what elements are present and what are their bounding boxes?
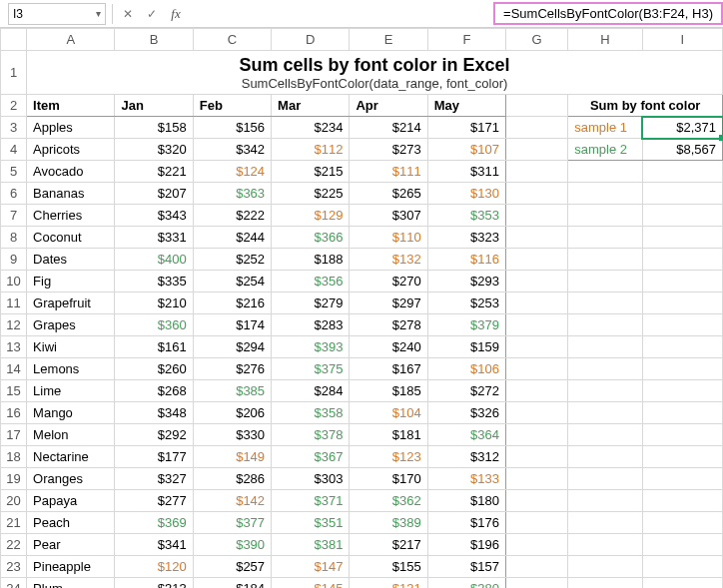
row-head-11[interactable]: 11 (1, 293, 27, 314)
cell[interactable]: $378 (272, 424, 350, 446)
col-head-D[interactable]: D (272, 29, 350, 51)
name-box[interactable]: I3 ▾ (8, 3, 106, 25)
cell[interactable]: $215 (272, 161, 350, 183)
cell[interactable]: $362 (350, 490, 427, 512)
cell[interactable] (506, 271, 568, 293)
cell[interactable] (506, 95, 568, 117)
cell[interactable]: $161 (115, 336, 193, 358)
cell[interactable]: $133 (427, 468, 505, 490)
cell[interactable] (506, 183, 568, 205)
cell[interactable] (642, 205, 722, 227)
row-head-14[interactable]: 14 (1, 358, 27, 380)
cell[interactable]: $393 (272, 336, 350, 358)
cell[interactable]: $156 (193, 117, 271, 139)
cell[interactable]: $366 (272, 227, 350, 249)
cell[interactable] (506, 556, 568, 578)
col-head-E[interactable]: E (350, 29, 427, 51)
cell[interactable] (506, 293, 568, 314)
cell[interactable] (642, 402, 722, 424)
cell[interactable]: $159 (427, 336, 505, 358)
cell[interactable]: $276 (193, 358, 271, 380)
cell[interactable]: $129 (272, 205, 350, 227)
cell[interactable]: May (427, 95, 505, 117)
cell[interactable]: $188 (272, 249, 350, 271)
cell[interactable]: Plum (27, 578, 115, 589)
cell[interactable]: $240 (350, 336, 427, 358)
cell[interactable]: $111 (350, 161, 427, 183)
cell[interactable]: $184 (193, 578, 271, 589)
cell[interactable] (642, 336, 722, 358)
cell[interactable] (568, 271, 642, 293)
cell[interactable] (506, 227, 568, 249)
cell[interactable]: $207 (115, 183, 193, 205)
cell[interactable]: Apricots (27, 139, 115, 161)
cell[interactable]: $303 (272, 468, 350, 490)
cell[interactable]: Mar (272, 95, 350, 117)
cell[interactable]: $214 (350, 117, 427, 139)
cell[interactable]: $331 (115, 227, 193, 249)
cell[interactable] (642, 534, 722, 556)
col-head-I[interactable]: I (642, 29, 722, 51)
cell[interactable]: $107 (427, 139, 505, 161)
cell[interactable] (506, 578, 568, 589)
cell[interactable]: Apples (27, 117, 115, 139)
cell[interactable] (642, 556, 722, 578)
cell[interactable]: $323 (427, 227, 505, 249)
cell[interactable]: $278 (350, 314, 427, 336)
row-head-6[interactable]: 6 (1, 183, 27, 205)
row-head-18[interactable]: 18 (1, 446, 27, 468)
cell[interactable]: $342 (193, 139, 271, 161)
cell[interactable]: $171 (427, 117, 505, 139)
cell[interactable] (568, 183, 642, 205)
cell[interactable]: $390 (193, 534, 271, 556)
cell[interactable]: $116 (427, 249, 505, 271)
cell[interactable]: $2,371 (642, 117, 722, 139)
cell[interactable] (642, 446, 722, 468)
cell[interactable] (568, 314, 642, 336)
cell[interactable]: Grapes (27, 314, 115, 336)
cell[interactable] (506, 512, 568, 534)
cell[interactable]: $149 (193, 446, 271, 468)
cell[interactable] (642, 249, 722, 271)
cell[interactable]: $104 (350, 402, 427, 424)
row-head-17[interactable]: 17 (1, 424, 27, 446)
sum-header-cell[interactable]: Sum by font color (568, 95, 723, 117)
cell[interactable]: Mango (27, 402, 115, 424)
cell[interactable]: $385 (193, 380, 271, 402)
cell[interactable]: $167 (350, 358, 427, 380)
cell[interactable]: Lime (27, 380, 115, 402)
cell[interactable]: $279 (272, 293, 350, 314)
cell[interactable]: $320 (115, 139, 193, 161)
cell[interactable] (642, 271, 722, 293)
col-head-B[interactable]: B (115, 29, 193, 51)
cell[interactable] (568, 336, 642, 358)
cell[interactable]: $286 (193, 468, 271, 490)
cell[interactable]: $216 (193, 293, 271, 314)
cell[interactable]: $131 (350, 578, 427, 589)
cell[interactable] (568, 249, 642, 271)
cell[interactable]: $284 (272, 380, 350, 402)
cell[interactable]: $155 (350, 556, 427, 578)
cell[interactable]: $210 (115, 293, 193, 314)
enter-icon[interactable]: ✓ (143, 5, 161, 23)
cell[interactable]: $132 (350, 249, 427, 271)
cell[interactable] (506, 534, 568, 556)
cell[interactable]: $254 (193, 271, 271, 293)
cell[interactable]: sample 1 (568, 117, 642, 139)
cell[interactable] (642, 424, 722, 446)
row-head-20[interactable]: 20 (1, 490, 27, 512)
cell[interactable]: $222 (193, 205, 271, 227)
cell[interactable] (642, 512, 722, 534)
cell[interactable]: $312 (427, 446, 505, 468)
cancel-icon[interactable]: ✕ (119, 5, 137, 23)
cell[interactable] (568, 358, 642, 380)
cell[interactable] (642, 314, 722, 336)
cell[interactable]: Bananas (27, 183, 115, 205)
cell[interactable]: Peach (27, 512, 115, 534)
cell[interactable] (568, 424, 642, 446)
cell[interactable]: $294 (193, 336, 271, 358)
cell[interactable]: $185 (350, 380, 427, 402)
cell[interactable]: Grapefruit (27, 293, 115, 314)
cell[interactable] (568, 293, 642, 314)
row-head-4[interactable]: 4 (1, 139, 27, 161)
